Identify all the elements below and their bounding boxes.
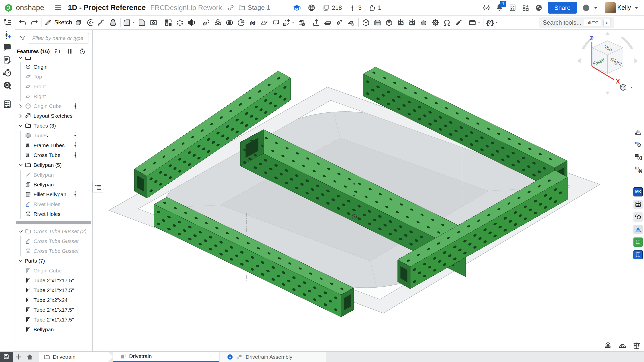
configuration-table-button[interactable] <box>633 140 643 149</box>
help-menu[interactable]: ? <box>582 4 600 12</box>
configured-features-button[interactable]: } <box>633 152 643 162</box>
rollback-bar[interactable] <box>16 221 91 224</box>
apps-icon[interactable] <box>522 4 530 12</box>
flatten-button[interactable] <box>322 17 334 28</box>
likes-stat[interactable]: 1 <box>368 4 381 12</box>
feature-list-flyout-toggle[interactable] <box>92 182 103 192</box>
insert-version-icon[interactable] <box>3 30 12 40</box>
delete-part-button[interactable] <box>296 17 307 28</box>
tree-row-origin[interactable]: Origin <box>15 62 92 72</box>
chevron-down-icon[interactable] <box>494 20 499 25</box>
tree-row-top[interactable]: Top <box>15 72 92 82</box>
gear-feature-button[interactable] <box>430 17 441 28</box>
versions-stat[interactable]: 3 <box>349 4 362 12</box>
feature-script-icon[interactable] <box>482 4 490 12</box>
feature-options-icon[interactable] <box>73 151 78 159</box>
instances-button[interactable] <box>212 17 224 28</box>
linear-pattern-button[interactable] <box>163 17 174 28</box>
tab-drivetrain-partstudio[interactable]: Drivetrain <box>113 352 219 362</box>
extrude-button[interactable] <box>72 17 84 28</box>
chevron-down-icon[interactable] <box>17 228 24 235</box>
chevron-right-icon[interactable] <box>17 103 24 109</box>
document-menu-icon[interactable] <box>54 4 62 12</box>
tree-row-origin-cube[interactable]: Origin Cube <box>15 266 92 275</box>
variable-table-button[interactable]: (x) <box>633 165 643 174</box>
performance-icon[interactable] <box>3 68 12 77</box>
revolve-button[interactable] <box>84 17 96 28</box>
fillet-button[interactable] <box>122 17 136 28</box>
robot-feature-2-button[interactable] <box>406 17 418 28</box>
circular-pattern-button[interactable] <box>174 17 186 28</box>
version-graph-icon[interactable] <box>3 18 12 27</box>
feature-options-icon[interactable] <box>73 132 78 139</box>
protractor-icon[interactable] <box>618 341 627 350</box>
ai-settings-icon[interactable] <box>535 4 543 12</box>
triangle-app-button[interactable] <box>633 225 643 234</box>
mkcad-app-button[interactable]: MK <box>633 187 643 196</box>
mirror-button[interactable] <box>186 17 197 28</box>
tab-drivetrain-assembly[interactable]: Drivetrain Assembly <box>220 352 326 362</box>
split-button[interactable] <box>235 17 247 28</box>
chevron-down-icon[interactable] <box>131 20 136 25</box>
tree-row-layout-sketches[interactable]: Layout Sketches <box>15 111 92 121</box>
blue-library-app-button[interactable] <box>633 250 643 259</box>
tasks-icon[interactable] <box>509 4 517 12</box>
feature-options-icon[interactable] <box>73 191 78 198</box>
comments-icon[interactable] <box>3 43 12 52</box>
green-library-app-button[interactable] <box>633 237 643 247</box>
tree-row-partial[interactable] <box>15 57 92 62</box>
rollback-history-icon[interactable] <box>79 48 86 55</box>
surface-button[interactable] <box>270 17 282 28</box>
share-button[interactable]: Share <box>548 2 577 14</box>
tree-row-bellypan-5[interactable]: Bellypan (5) <box>15 160 92 170</box>
new-folder-icon[interactable] <box>54 48 61 55</box>
name-tag-button[interactable]: HELLO <box>468 17 482 28</box>
publish-button[interactable] <box>311 17 322 28</box>
sweep-button[interactable] <box>96 17 107 28</box>
tree-row-tube-2-x1-x17-5[interactable]: Tube 2"x1"x17.5" <box>15 305 92 315</box>
transform-button[interactable] <box>282 17 296 28</box>
follow-mode-icon[interactable] <box>3 99 12 109</box>
filter-input[interactable] <box>29 33 89 44</box>
tree-row-cross-tube-gusset[interactable]: Cross Tube Gusset <box>15 236 92 246</box>
tree-row-cross-tube[interactable]: Cross Tube <box>15 150 92 160</box>
boolean-button[interactable] <box>224 17 235 28</box>
robot-app-button[interactable] <box>633 200 643 209</box>
chevron-down-icon[interactable] <box>17 258 24 264</box>
search-tools[interactable]: Search tools... alt/⌥ c <box>539 17 614 28</box>
onshape-logo[interactable]: onshape <box>4 3 44 13</box>
tree-row-bellypan[interactable]: Bellypan <box>15 180 92 189</box>
mass-properties-icon[interactable] <box>632 341 641 350</box>
learning-center-icon[interactable] <box>3 81 12 90</box>
tube-feature-button[interactable] <box>360 17 372 28</box>
tree-row-origin-cube[interactable]: Origin Cube <box>15 101 92 111</box>
chevron-down-icon[interactable] <box>17 123 24 129</box>
chevron-down-icon[interactable] <box>291 20 295 25</box>
release-notes-icon[interactable] <box>3 55 12 65</box>
tree-row-parts-7[interactable]: Parts (7) <box>15 256 92 266</box>
delete-face-button[interactable] <box>345 17 357 28</box>
tree-row-cross-tube-gusset[interactable]: Cross Tube Gusset <box>15 246 92 256</box>
tree-row-fillet-bellypan[interactable]: Fillet Bellypan <box>15 189 92 199</box>
tree-row-frame-tubes[interactable]: Frame Tubes <box>15 140 92 150</box>
export-app-button[interactable] <box>633 212 643 222</box>
home-tab-button[interactable] <box>24 352 35 362</box>
tree-row-tube-2-x1-x17-5[interactable]: Tube 2"x1"x17.5" <box>15 285 92 295</box>
display-mode-button[interactable] <box>619 83 634 92</box>
clamp-feature-button[interactable] <box>441 17 453 28</box>
tree-row-front[interactable]: Front <box>15 82 92 91</box>
notifications-button[interactable]: 1 <box>496 3 504 12</box>
3d-model-canvas[interactable] <box>93 30 644 351</box>
appearance-panel-button[interactable] <box>633 127 643 136</box>
sketch-button[interactable]: Sketch <box>43 17 72 28</box>
feature-options-icon[interactable] <box>73 102 78 110</box>
breadcrumb-folder-tab[interactable]: Drivetrain <box>39 352 113 362</box>
tree-row-bellypan[interactable]: Bellypan <box>15 325 92 334</box>
robot-feature-button[interactable] <box>395 17 406 28</box>
user-menu[interactable]: Kelly <box>605 2 640 13</box>
loft-button[interactable] <box>107 17 119 28</box>
chevron-down-icon[interactable] <box>17 57 24 61</box>
tube-hole-feature-button[interactable] <box>383 17 395 28</box>
tree-row-tubes[interactable]: Tubes <box>15 131 92 140</box>
derived-button[interactable] <box>201 17 212 28</box>
